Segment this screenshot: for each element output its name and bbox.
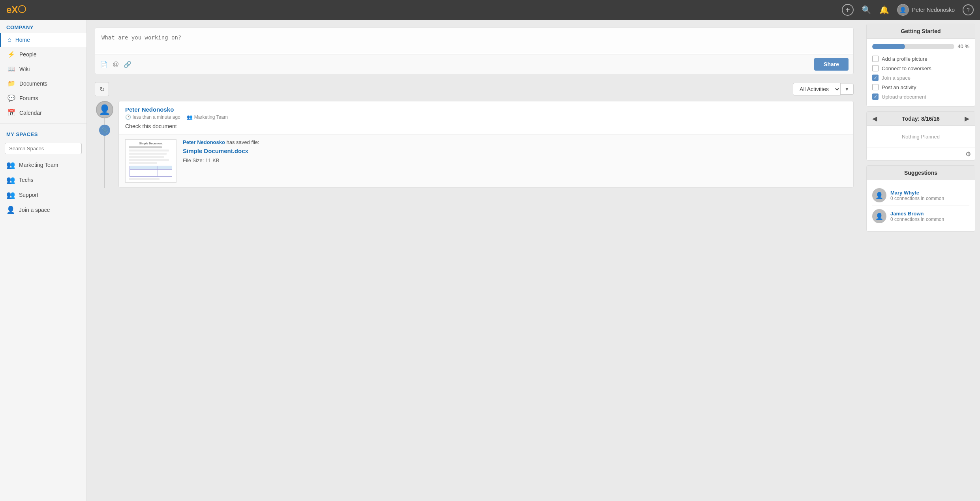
sidebar-nav: ⌂ Home ⚡ People 📖 Wiki 📁 Documents 💬 For… bbox=[0, 33, 86, 120]
right-panel: Getting Started 40 % Add a profile pictu… bbox=[862, 20, 980, 501]
sidebar-item-forums[interactable]: 💬 Forums bbox=[0, 91, 86, 105]
activity-card-header: Peter Nedonosko 🕐 less than a minute ago… bbox=[119, 101, 853, 123]
suggestion-avatar-mary: 👤 bbox=[872, 188, 886, 202]
progress-pct: 40 % bbox=[957, 43, 969, 49]
activities-dropdown-btn[interactable]: ▼ bbox=[841, 84, 854, 95]
topnav-right: + 🔍 🔔 👤 Peter Nedonosko ? bbox=[842, 4, 974, 16]
sidebar-item-calendar[interactable]: 📅 Calendar bbox=[0, 105, 86, 120]
search-icon[interactable]: 🔍 bbox=[862, 5, 871, 15]
main-content: 📄 @ 🔗 Share ↻ All Activities ▼ bbox=[87, 20, 862, 501]
suggestion-connections-mary: 0 connections in common bbox=[890, 196, 944, 201]
suggestion-avatar-james: 👤 bbox=[872, 209, 886, 223]
join-space-label: Join a space bbox=[19, 207, 50, 213]
post-box: 📄 @ 🔗 Share bbox=[95, 28, 854, 74]
sidebar-item-wiki[interactable]: 📖 Wiki bbox=[0, 62, 86, 76]
join-space-icon: 👤 bbox=[6, 206, 15, 214]
sidebar-item-label-wiki: Wiki bbox=[19, 66, 30, 72]
sidebar-item-documents[interactable]: 📁 Documents bbox=[0, 76, 86, 91]
suggestion-name-james[interactable]: James Brown bbox=[890, 211, 944, 217]
activity-author[interactable]: Peter Nedonosko bbox=[125, 106, 847, 113]
sidebar: COMPANY ⌂ Home ⚡ People 📖 Wiki 📁 Documen… bbox=[0, 20, 87, 501]
sidebar-item-home[interactable]: ⌂ Home bbox=[0, 33, 86, 47]
post-input[interactable] bbox=[95, 28, 853, 53]
sidebar-item-support[interactable]: 👥 Support bbox=[0, 187, 86, 202]
progress-bar-track bbox=[872, 44, 954, 49]
sidebar-item-join-space[interactable]: 👤 Join a space bbox=[0, 202, 86, 217]
user-menu[interactable]: 👤 Peter Nedonosko bbox=[897, 4, 955, 16]
refresh-icon: ↻ bbox=[100, 86, 105, 93]
people-icon: ⚡ bbox=[8, 50, 15, 58]
calendar-title: Today: 8/16/16 bbox=[902, 116, 939, 122]
documents-icon: 📁 bbox=[8, 80, 15, 87]
suggestions-header: Suggestions bbox=[867, 166, 975, 180]
suggestion-connections-james: 0 connections in common bbox=[890, 217, 944, 222]
clock-icon: 🕐 bbox=[125, 114, 131, 120]
activity-body: Check this document bbox=[119, 123, 853, 134]
activity-timeline: 👤 📎 bbox=[95, 101, 115, 188]
activity-body-text: Check this document bbox=[125, 123, 177, 129]
attachment-author-link[interactable]: Peter Nedonosko bbox=[183, 139, 225, 145]
suggestion-name-mary[interactable]: Mary Whyte bbox=[890, 190, 944, 196]
attach-file-icon[interactable]: 📄 bbox=[100, 61, 108, 68]
calendar-next-button[interactable]: ▶ bbox=[965, 115, 969, 122]
calendar-settings: ⚙ bbox=[867, 148, 975, 160]
sidebar-item-label-people: People bbox=[19, 51, 37, 58]
sidebar-item-techs[interactable]: 👥 Techs bbox=[0, 172, 86, 187]
attachment-preview: Simple Document bbox=[125, 139, 176, 183]
sidebar-item-label-forums: Forums bbox=[19, 95, 38, 101]
space-label-techs: Techs bbox=[19, 177, 34, 183]
checklist-item-connect: Connect to coworkers bbox=[872, 64, 969, 73]
checklist-label-connect: Connect to coworkers bbox=[882, 65, 931, 71]
link-icon[interactable]: 🔗 bbox=[124, 61, 131, 68]
checklist-checkbox-connect[interactable] bbox=[872, 65, 879, 71]
getting-started-body: 40 % Add a profile picture Connect to co… bbox=[867, 39, 975, 106]
activity-doc-icon: 📎 bbox=[99, 125, 110, 136]
user-name: Peter Nedonosko bbox=[912, 7, 955, 13]
notifications-icon[interactable]: 🔔 bbox=[879, 5, 889, 15]
getting-started-header: Getting Started bbox=[867, 24, 975, 39]
add-icon[interactable]: + bbox=[842, 4, 854, 16]
progress-bar-fill bbox=[872, 44, 905, 49]
sidebar-item-label-documents: Documents bbox=[19, 80, 47, 87]
logo[interactable]: e X bbox=[6, 4, 26, 15]
space-label-support: Support bbox=[19, 192, 38, 198]
calendar-icon: 📅 bbox=[8, 109, 15, 116]
activity-attachment: Simple Document bbox=[119, 134, 853, 187]
checklist-checkbox-profile[interactable] bbox=[872, 56, 879, 62]
share-button[interactable]: Share bbox=[814, 58, 849, 71]
checklist-item-post: Post an activity bbox=[872, 82, 969, 92]
suggestion-info-mary: Mary Whyte 0 connections in common bbox=[890, 190, 944, 201]
mention-icon[interactable]: @ bbox=[113, 61, 119, 68]
calendar-body: Nothing Planned bbox=[867, 126, 975, 148]
suggestion-info-james: James Brown 0 connections in common bbox=[890, 211, 944, 222]
refresh-button[interactable]: ↻ bbox=[95, 82, 109, 96]
activity-time: 🕐 less than a minute ago bbox=[125, 114, 180, 120]
suggestions-card: Suggestions 👤 Mary Whyte 0 connections i… bbox=[866, 165, 975, 232]
checklist-label-post: Post an activity bbox=[882, 84, 916, 90]
calendar-settings-icon[interactable]: ⚙ bbox=[965, 150, 971, 158]
wiki-icon: 📖 bbox=[8, 65, 15, 73]
getting-started-card: Getting Started 40 % Add a profile pictu… bbox=[866, 24, 975, 107]
attachment-action: has saved file: bbox=[227, 139, 259, 145]
activity-group: 👥 Marketing Team bbox=[187, 114, 228, 120]
suggestion-item-mary: 👤 Mary Whyte 0 connections in common bbox=[872, 185, 969, 206]
sidebar-item-people[interactable]: ⚡ People bbox=[0, 47, 86, 62]
sidebar-item-marketing-team[interactable]: 👥 Marketing Team bbox=[0, 157, 86, 172]
checklist-checkbox-join[interactable]: ✓ bbox=[872, 75, 879, 81]
space-icon-support: 👥 bbox=[6, 191, 15, 199]
activities-filter-select[interactable]: All Activities bbox=[793, 83, 841, 95]
activity-time-text: less than a minute ago bbox=[133, 114, 180, 120]
checklist-item-profile: Add a profile picture bbox=[872, 54, 969, 64]
activity-content: Peter Nedonosko 🕐 less than a minute ago… bbox=[115, 101, 854, 188]
activity-meta: 🕐 less than a minute ago 👥 Marketing Tea… bbox=[125, 114, 847, 120]
activities-bar: ↻ All Activities ▼ bbox=[95, 82, 854, 96]
calendar-prev-button[interactable]: ◀ bbox=[872, 115, 877, 122]
attachment-filename[interactable]: Simple Document.docx bbox=[183, 148, 847, 154]
checklist-checkbox-upload[interactable]: ✓ bbox=[872, 93, 879, 100]
calendar-empty-label: Nothing Planned bbox=[902, 134, 940, 140]
checklist-checkbox-post[interactable] bbox=[872, 84, 879, 90]
help-icon[interactable]: ? bbox=[963, 4, 974, 15]
progress-row: 40 % bbox=[872, 43, 969, 49]
checklist-label-upload: Upload a document bbox=[882, 94, 926, 100]
search-spaces-input[interactable] bbox=[5, 143, 82, 154]
